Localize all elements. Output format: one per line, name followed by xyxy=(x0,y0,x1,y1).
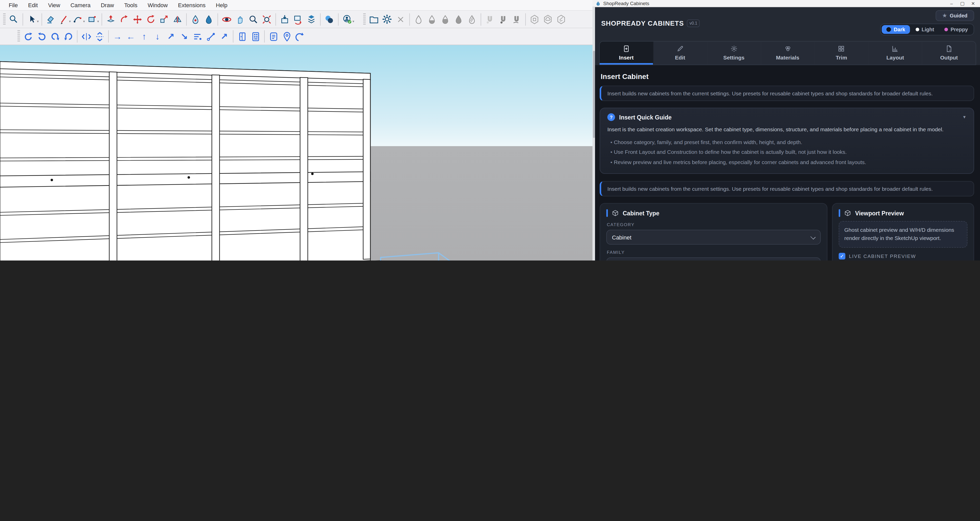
tag-magnet-button[interactable] xyxy=(510,13,523,26)
style-xray-button[interactable] xyxy=(465,13,478,26)
collapse-chevron-icon[interactable]: ▼ xyxy=(962,115,966,119)
close-window-button[interactable]: ✕ xyxy=(969,1,977,6)
freehand-button[interactable] xyxy=(57,13,70,26)
flip-button[interactable] xyxy=(171,13,184,26)
family-select[interactable]: Base xyxy=(606,257,821,260)
hex-component-button[interactable] xyxy=(528,13,541,26)
scale-button[interactable] xyxy=(158,13,171,26)
redo-button[interactable] xyxy=(293,30,307,43)
rotate-right-button[interactable] xyxy=(62,30,75,43)
cabinet-model[interactable] xyxy=(0,62,381,260)
menu-edit[interactable]: Edit xyxy=(23,1,42,9)
style-monochrome-button[interactable] xyxy=(452,13,465,26)
freehand-caret-icon[interactable]: ▾ xyxy=(69,19,71,23)
pan-button[interactable] xyxy=(233,13,247,26)
arrow-ne-button[interactable]: ↗ xyxy=(218,30,231,43)
theme-preppy-button[interactable]: Preppy xyxy=(940,25,972,34)
drawer-grid-button[interactable] xyxy=(249,30,262,43)
theme-dark-button[interactable]: Dark xyxy=(882,25,910,34)
tab-edit[interactable]: Edit xyxy=(654,41,707,65)
zoom-extents-button[interactable] xyxy=(260,13,274,26)
account-button[interactable] xyxy=(340,13,354,26)
style-wireframe-button[interactable] xyxy=(412,13,425,26)
tab-settings[interactable]: Settings xyxy=(707,41,761,65)
connector-line-button[interactable] xyxy=(204,30,218,43)
rectangle-button[interactable] xyxy=(85,13,99,26)
push-pull-button[interactable] xyxy=(104,13,118,26)
account-caret-icon[interactable]: ▾ xyxy=(352,19,354,23)
align-list-button[interactable] xyxy=(191,30,204,43)
menu-help[interactable]: Help xyxy=(212,1,232,9)
menu-view[interactable]: View xyxy=(43,1,65,9)
shapes-button[interactable] xyxy=(323,13,336,26)
export-button[interactable] xyxy=(291,13,305,26)
style-shaded-button[interactable] xyxy=(438,13,452,26)
zoom-window-button[interactable] xyxy=(7,13,21,26)
minimize-button[interactable]: – xyxy=(947,1,956,6)
tab-materials[interactable]: Materials xyxy=(761,41,815,65)
rotate-cw-button[interactable] xyxy=(35,30,48,43)
arrow-ne-icon: ↗ xyxy=(221,32,228,41)
arrow-down-button[interactable]: ↓ xyxy=(151,30,164,43)
list-panel-button[interactable] xyxy=(267,30,280,43)
zoom-extents-icon xyxy=(262,14,272,24)
select-button[interactable] xyxy=(25,13,38,26)
hex-cloud-button[interactable] xyxy=(541,13,554,26)
eraser-button[interactable] xyxy=(44,13,57,26)
menu-extensions[interactable]: Extensions xyxy=(173,1,210,9)
paint-bucket-button[interactable] xyxy=(189,13,202,26)
flip-horizontal-button[interactable] xyxy=(80,30,93,43)
arrow-up-right-button[interactable]: ↗ xyxy=(164,30,178,43)
follow-me-button[interactable] xyxy=(118,13,131,26)
door-panel-button[interactable] xyxy=(235,30,249,43)
menu-camera[interactable]: Camera xyxy=(66,1,95,9)
arrow-left-button[interactable]: ← xyxy=(124,30,137,43)
arc-button[interactable] xyxy=(71,13,84,26)
menu-tools[interactable]: Tools xyxy=(119,1,142,9)
live-preview-checkbox[interactable]: ✓ xyxy=(839,253,845,259)
import-button[interactable] xyxy=(278,13,291,26)
rectangle-caret-icon[interactable]: ▾ xyxy=(97,19,99,23)
select-caret-icon[interactable]: ▾ xyxy=(37,19,39,23)
hex-detail-button[interactable] xyxy=(554,13,568,26)
arrow-up-button[interactable]: ↑ xyxy=(137,30,151,43)
rotate-button[interactable] xyxy=(144,13,158,26)
arrow-right-button[interactable]: → xyxy=(111,30,124,43)
guided-button[interactable]: ★ Guided xyxy=(935,10,974,21)
rotate-left-icon xyxy=(49,31,60,42)
tab-layout[interactable]: Layout xyxy=(869,41,923,65)
category-select[interactable]: Cabinet xyxy=(606,230,821,245)
settings-button[interactable] xyxy=(380,13,394,26)
style-hidden-line-button[interactable] xyxy=(425,13,438,26)
texture-icon xyxy=(204,14,214,24)
maximize-button[interactable]: ▢ xyxy=(958,1,966,6)
menu-window[interactable]: Window xyxy=(143,1,172,9)
flip-vertical-button[interactable] xyxy=(93,30,106,43)
tag-off-button[interactable] xyxy=(483,13,496,26)
tab-trim[interactable]: Trim xyxy=(815,41,869,65)
panel-title-bar[interactable]: ShopReady Cabinets – ▢ ✕ xyxy=(592,0,980,7)
menu-draw[interactable]: Draw xyxy=(96,1,118,9)
rotate-ccw-button[interactable] xyxy=(22,30,35,43)
move-button[interactable] xyxy=(131,13,144,26)
intro-note-repeat: Insert builds new cabinets from the curr… xyxy=(600,181,974,196)
close-button[interactable] xyxy=(394,13,407,26)
orbit-button[interactable] xyxy=(220,13,233,26)
style-hidden-line-icon xyxy=(426,14,437,24)
menu-file[interactable]: File xyxy=(4,1,22,9)
panel-scrollbar[interactable] xyxy=(592,7,595,260)
tag-magnet-add-button[interactable] xyxy=(496,13,510,26)
zoom-button[interactable] xyxy=(247,13,260,26)
arrow-down-right-button[interactable]: ↘ xyxy=(178,30,191,43)
scrollbar-thumb[interactable] xyxy=(593,51,595,138)
folder-button[interactable] xyxy=(367,13,380,26)
texture-button[interactable] xyxy=(202,13,215,26)
location-pin-button[interactable] xyxy=(280,30,293,43)
arc-caret-icon[interactable]: ▾ xyxy=(83,19,85,23)
tab-insert[interactable]: Insert xyxy=(600,41,654,65)
theme-light-button[interactable]: Light xyxy=(911,25,939,34)
sketchup-viewport[interactable]: 34.5" 36" 36" xyxy=(0,45,593,260)
components-button[interactable] xyxy=(305,13,318,26)
tab-output[interactable]: Output xyxy=(922,41,976,65)
rotate-left-button[interactable] xyxy=(48,30,62,43)
